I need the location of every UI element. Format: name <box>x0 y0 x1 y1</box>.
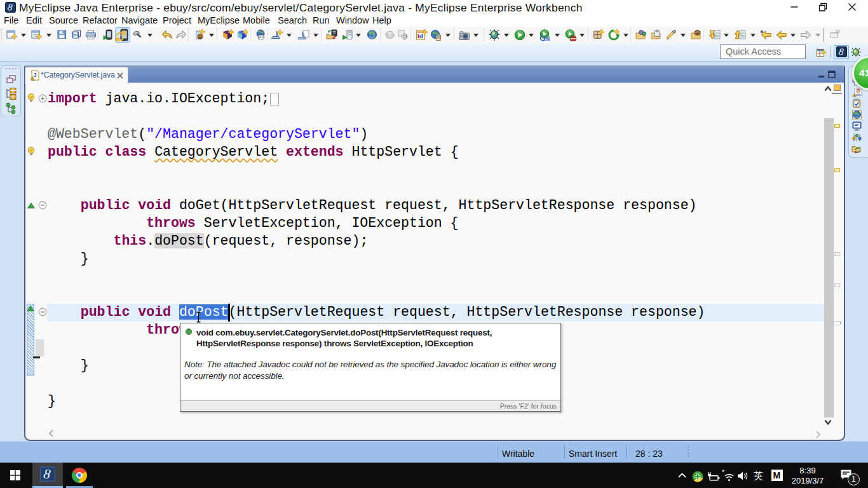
svg-text:J: J <box>34 72 37 78</box>
svg-text:2.0: 2.0 <box>259 35 264 39</box>
svg-text:*: * <box>722 470 724 476</box>
